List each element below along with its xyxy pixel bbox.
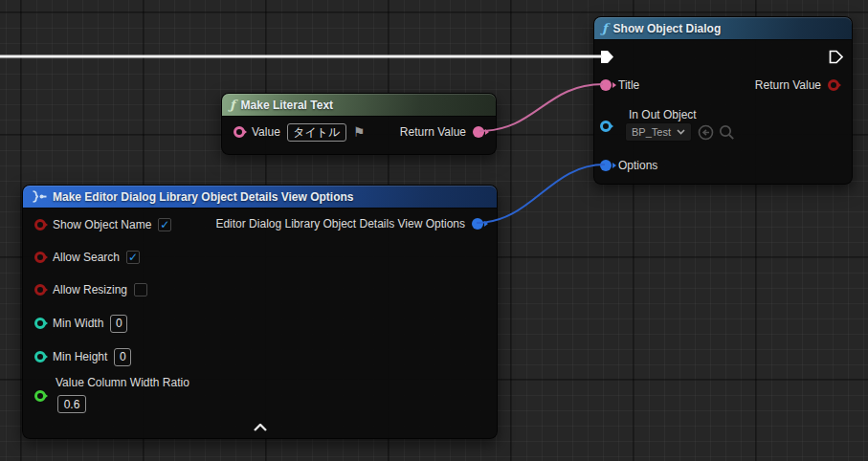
localization-flag-icon[interactable]: ⚑: [353, 125, 366, 139]
node-header[interactable]: ƒ Make Literal Text: [222, 94, 496, 116]
min-height-pin[interactable]: [34, 351, 46, 362]
pin-label-value-column-width-ratio: Value Column Width Ratio: [56, 376, 189, 389]
show-object-name-pin[interactable]: [34, 219, 46, 230]
text-wire-title[interactable]: [479, 84, 603, 131]
struct-output-pin[interactable]: [472, 218, 483, 230]
collapse-pins-chevron-icon[interactable]: [254, 424, 267, 431]
pin-label-return-value: Return Value: [755, 78, 821, 92]
allow-resizing-pin[interactable]: [34, 284, 46, 296]
min-width-input[interactable]: [110, 315, 127, 333]
pin-label-in-out-object: In Out Object: [629, 108, 697, 121]
value-input-pin[interactable]: [234, 126, 245, 138]
pin-label-options: Options: [618, 159, 657, 172]
pin-label-allow-search: Allow Search: [53, 251, 120, 264]
in-out-object-pin[interactable]: [600, 121, 612, 132]
title-input-pin[interactable]: [600, 79, 612, 91]
pin-label-allow-resizing: Allow Resizing: [53, 283, 127, 296]
object-picker-dropdown[interactable]: BP_Test: [625, 122, 692, 142]
allow-search-checkbox[interactable]: ✓: [126, 251, 140, 264]
exec-input-pin[interactable]: [600, 50, 615, 64]
pin-label-return-value: Return Value: [400, 125, 466, 139]
blueprint-graph-canvas[interactable]: ƒ Show Object Dialog Title Return Value …: [0, 0, 868, 461]
return-value-output-pin[interactable]: [473, 126, 484, 138]
pin-label-min-height: Min Height: [53, 350, 107, 363]
node-show-object-dialog[interactable]: ƒ Show Object Dialog Title Return Value …: [593, 16, 853, 185]
node-header[interactable]: Make Editor Dialog Library Object Detail…: [23, 186, 497, 208]
browse-asset-icon[interactable]: [719, 124, 735, 141]
node-title: Make Literal Text: [241, 99, 333, 112]
chevron-down-icon: [677, 129, 685, 135]
node-make-options-struct[interactable]: Make Editor Dialog Library Object Detail…: [22, 185, 498, 439]
function-icon: ƒ: [230, 99, 235, 111]
pin-label-show-object-name: Show Object Name: [53, 218, 151, 231]
allow-resizing-checkbox[interactable]: [134, 283, 147, 296]
exec-output-pin[interactable]: [829, 50, 844, 64]
value-column-width-ratio-pin[interactable]: [34, 390, 46, 402]
node-header[interactable]: ƒ Show Object Dialog: [594, 17, 852, 39]
return-value-output-pin[interactable]: [828, 79, 839, 91]
text-value-input[interactable]: [287, 123, 346, 142]
node-make-literal-text[interactable]: ƒ Make Literal Text Value ⚑ Return Value: [221, 93, 497, 155]
min-width-pin[interactable]: [34, 318, 46, 329]
pin-label-min-width: Min Width: [53, 317, 103, 330]
allow-search-pin[interactable]: [34, 252, 46, 263]
function-icon: ƒ: [602, 22, 608, 34]
pin-label-value: Value: [252, 125, 280, 139]
pin-label-title: Title: [618, 78, 639, 92]
min-height-input[interactable]: [114, 348, 131, 366]
show-object-name-checkbox[interactable]: ✓: [158, 218, 171, 231]
value-column-width-ratio-input[interactable]: [57, 395, 86, 413]
pin-label-struct-output: Editor Dialog Library Object Details Vie…: [215, 217, 465, 230]
object-picker-value: BP_Test: [632, 126, 671, 138]
options-input-pin[interactable]: [600, 160, 612, 171]
make-struct-icon: [31, 190, 47, 203]
use-selected-asset-icon[interactable]: [698, 124, 714, 141]
node-title: Make Editor Dialog Library Object Detail…: [53, 190, 354, 204]
node-title: Show Object Dialog: [613, 22, 722, 35]
